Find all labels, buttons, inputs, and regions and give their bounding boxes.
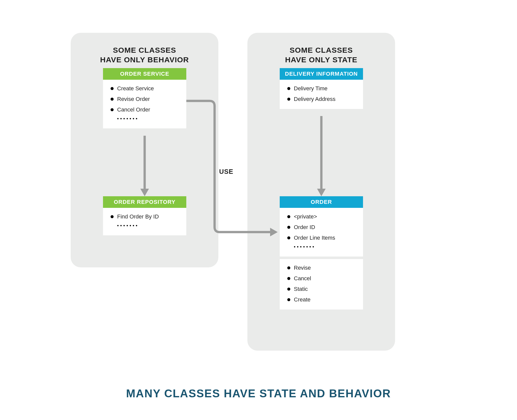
list-item: Find Order By ID: [110, 211, 181, 222]
item-label: Order Line Items: [294, 235, 335, 241]
bullet-icon: [111, 108, 114, 111]
panel-behavior-title-line2: Have Only Behavior: [100, 55, 189, 64]
card-order-service-header: Order Service: [103, 68, 186, 80]
bullet-icon: [287, 98, 290, 101]
item-label: Create: [294, 296, 311, 303]
bullet-icon: [287, 298, 290, 301]
item-label: Cancel: [294, 275, 311, 282]
list-item: Revise Order: [110, 94, 181, 104]
list-item: Revise: [286, 263, 358, 273]
card-order-service-items: Create Service Revise Order Cancel Order…: [103, 80, 186, 128]
item-label: Revise: [294, 265, 311, 271]
item-label: Delivery Address: [294, 96, 335, 102]
item-label: Create Service: [117, 85, 154, 92]
item-label: Revise Order: [117, 96, 150, 102]
card-order-service: Order Service Create Service Revise Orde…: [103, 68, 186, 128]
bullet-icon: [287, 226, 290, 229]
card-order-section1: <private> Order ID Order Line Items ••••…: [280, 208, 363, 257]
bullet-icon: [287, 266, 290, 269]
panel-state-title-line1: Some Classes: [290, 46, 353, 54]
panel-state-title: Some Classes Have Only State: [257, 45, 385, 64]
item-label: Static: [294, 286, 308, 292]
list-item: Order ID: [286, 222, 358, 233]
list-item: Order Line Items: [286, 233, 358, 243]
item-label: Find Order By ID: [117, 213, 159, 220]
item-label: Delivery Time: [294, 85, 327, 92]
ellipsis-icon: •••••••: [286, 243, 358, 252]
bullet-icon: [287, 277, 290, 280]
ellipsis-icon: •••••••: [110, 222, 181, 231]
card-order: Order <private> Order ID Order Line Item…: [280, 196, 363, 310]
bullet-icon: [287, 236, 290, 239]
card-order-repository: Order Repository Find Order By ID ••••••…: [103, 196, 186, 235]
bullet-icon: [111, 215, 114, 218]
list-item: Cancel: [286, 273, 358, 284]
list-item: Static: [286, 284, 358, 294]
use-label: USE: [219, 168, 233, 176]
item-label: Cancel Order: [117, 106, 150, 113]
list-item: Create: [286, 294, 358, 305]
list-item: Create Service: [110, 83, 181, 94]
card-order-divider: [280, 257, 363, 259]
bullet-icon: [111, 98, 114, 101]
list-item: Delivery Time: [286, 83, 358, 94]
item-label: <private>: [294, 213, 317, 220]
card-delivery-information: Delivery Information Delivery Time Deliv…: [280, 68, 363, 109]
panel-behavior-title-line1: Some Classes: [113, 46, 176, 54]
list-item: Cancel Order: [110, 104, 181, 115]
item-label: Order ID: [294, 224, 315, 231]
footer-title: Many Classes Have State and Behavior: [0, 387, 517, 400]
card-delivery-information-header: Delivery Information: [280, 68, 363, 80]
bullet-icon: [111, 87, 114, 90]
bullet-icon: [287, 215, 290, 218]
list-item: <private>: [286, 211, 358, 222]
ellipsis-icon: •••••••: [110, 115, 181, 124]
card-order-header: Order: [280, 196, 363, 208]
panel-behavior-title: Some Classes Have Only Behavior: [81, 45, 208, 64]
card-delivery-information-items: Delivery Time Delivery Address: [280, 80, 363, 109]
bullet-icon: [287, 87, 290, 90]
card-order-repository-header: Order Repository: [103, 196, 186, 208]
panel-state-title-line2: Have Only State: [285, 55, 357, 64]
bullet-icon: [287, 288, 290, 291]
card-order-section2: Revise Cancel Static Create: [280, 259, 363, 310]
card-order-repository-items: Find Order By ID •••••••: [103, 208, 186, 235]
list-item: Delivery Address: [286, 94, 358, 104]
diagram-canvas: Some Classes Have Only Behavior Some Cla…: [0, 0, 517, 420]
